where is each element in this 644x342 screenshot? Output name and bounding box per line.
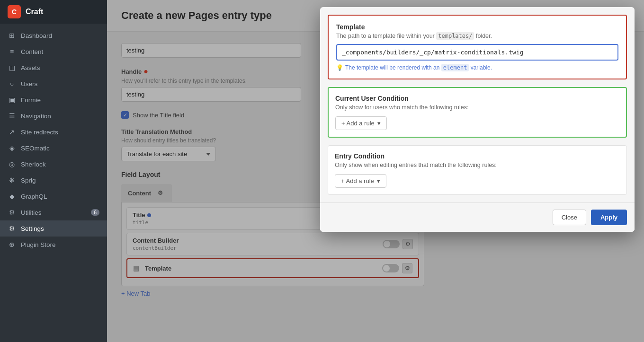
content-icon: ≡	[8, 47, 16, 56]
sidebar-item-graphql[interactable]: ◆ GraphQL	[0, 188, 107, 204]
user-condition-section: Current User Condition Only show for use…	[328, 87, 627, 138]
sidebar-nav: ⊞ Dashboard ≡ Content ◫ Assets ○ Users ▣…	[0, 24, 107, 342]
sidebar-item-navigation[interactable]: ☰ Navigation	[0, 108, 107, 124]
sidebar-item-label: Settings	[21, 225, 44, 232]
craft-logo-icon: C	[8, 5, 21, 18]
sidebar-item-site-redirects[interactable]: ↗ Site redirects	[0, 124, 107, 140]
user-condition-title: Current User Condition	[335, 95, 619, 102]
sidebar-item-label: SEOmatic	[21, 145, 50, 152]
sidebar-item-settings[interactable]: ⚙ Settings	[0, 220, 107, 237]
sidebar-item-label: GraphQL	[21, 193, 47, 200]
template-section-sublabel: The path to a template file within your …	[336, 33, 618, 39]
add-rule-label: + Add a rule	[341, 120, 375, 127]
sidebar-item-sprig[interactable]: ❋ Sprig	[0, 172, 107, 188]
apply-button[interactable]: Apply	[591, 210, 627, 225]
site-redirects-icon: ↗	[8, 128, 16, 136]
sidebar-item-formie[interactable]: ▣ Formie	[0, 92, 107, 108]
entry-condition-title: Entry Condition	[335, 152, 620, 160]
element-code: element	[441, 64, 469, 71]
entry-condition-desc: Only show when editing entries that matc…	[335, 162, 620, 168]
main-content: Create a new Pages entry type Handle ● H…	[107, 0, 644, 342]
sidebar-item-dashboard[interactable]: ⊞ Dashboard	[0, 27, 107, 44]
sidebar-item-plugin-store[interactable]: ⊕ Plugin Store	[0, 237, 107, 253]
template-section-label: Template	[336, 23, 618, 31]
sidebar-item-label: Sherlock	[21, 161, 46, 168]
sidebar-item-label: Formie	[21, 96, 41, 104]
sidebar-item-label: Users	[21, 80, 37, 88]
seomatic-icon: ◈	[8, 144, 16, 152]
template-hint: 💡 The template will be rendered with an …	[336, 64, 618, 71]
close-button[interactable]: Close	[553, 210, 586, 225]
user-condition-desc: Only show for users who match the follow…	[335, 104, 619, 111]
sidebar-item-content[interactable]: ≡ Content	[0, 44, 107, 60]
hint-text: The template will be rendered with an el…	[345, 64, 492, 71]
templates-code: templates/	[436, 32, 474, 40]
modal-body: Template The path to a template file wit…	[320, 15, 635, 195]
navigation-icon: ☰	[8, 112, 16, 120]
sidebar-item-label: Plugin Store	[21, 241, 56, 248]
chevron-down-icon: ▾	[377, 177, 380, 184]
sidebar-item-label: Site redirects	[21, 129, 58, 136]
modal-footer: Close Apply	[320, 202, 635, 232]
assets-icon: ◫	[8, 63, 16, 72]
sidebar-item-sherlock[interactable]: ◎ Sherlock	[0, 156, 107, 172]
sherlock-icon: ◎	[8, 160, 16, 168]
formie-icon: ▣	[8, 96, 16, 104]
users-icon: ○	[8, 79, 16, 88]
graphql-icon: ◆	[8, 192, 16, 201]
sidebar-item-utilities[interactable]: ⚙ Utilities 6	[0, 204, 107, 220]
sidebar-item-label: Dashboard	[21, 32, 52, 39]
add-entry-rule-button[interactable]: + Add a rule ▾	[335, 174, 386, 188]
settings-icon: ⚙	[8, 224, 16, 233]
utilities-badge: 6	[91, 209, 99, 216]
entry-condition-section: Entry Condition Only show when editing e…	[328, 145, 627, 195]
sidebar-item-seomatic[interactable]: ◈ SEOmatic	[0, 140, 107, 156]
sidebar: C Craft ⊞ Dashboard ≡ Content ◫ Assets ○…	[0, 0, 107, 342]
template-path-input[interactable]	[336, 44, 618, 61]
modal-dialog: Template The path to a template file wit…	[320, 7, 635, 232]
sidebar-item-assets[interactable]: ◫ Assets	[0, 60, 107, 76]
plugin-store-icon: ⊕	[8, 240, 16, 249]
dashboard-icon: ⊞	[8, 31, 16, 40]
sidebar-item-label: Content	[21, 48, 43, 55]
chevron-down-icon: ▾	[377, 120, 381, 127]
app-name: Craft	[26, 8, 43, 16]
template-section: Template The path to a template file wit…	[328, 15, 627, 79]
add-rule-label: + Add a rule	[341, 177, 374, 184]
sprig-icon: ❋	[8, 176, 16, 184]
sidebar-item-label: Utilities	[21, 209, 42, 216]
sidebar-item-users[interactable]: ○ Users	[0, 76, 107, 92]
add-user-rule-button[interactable]: + Add a rule ▾	[335, 116, 387, 130]
utilities-icon: ⚙	[8, 208, 16, 217]
sidebar-item-label: Navigation	[21, 113, 51, 120]
sidebar-header: C Craft	[0, 0, 107, 24]
hint-icon: 💡	[336, 64, 343, 71]
sidebar-item-label: Assets	[21, 64, 40, 71]
sidebar-item-label: Sprig	[21, 177, 36, 184]
